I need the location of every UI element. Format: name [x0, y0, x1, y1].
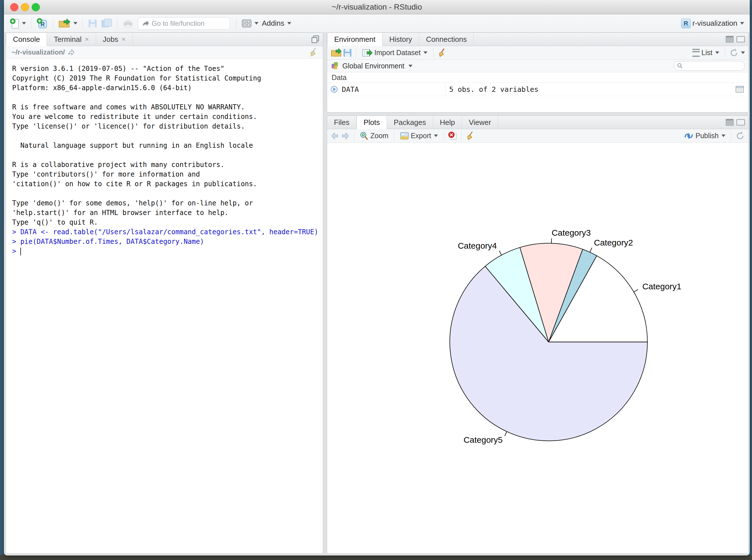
list-view-icon: [692, 49, 700, 57]
tab-terminal[interactable]: Terminal ×: [47, 33, 96, 46]
pie-label-category5: Category5: [464, 435, 503, 444]
zoom-plot-button[interactable]: Zoom: [358, 130, 390, 142]
maximize-pane-icon[interactable]: [736, 119, 745, 125]
expand-object-icon[interactable]: [330, 86, 338, 93]
publish-plot-button[interactable]: Publish: [682, 131, 727, 141]
project-r-cube-icon: R: [681, 19, 691, 28]
refresh-plot-icon[interactable]: [735, 131, 745, 141]
view-table-icon[interactable]: [735, 85, 744, 93]
new-project-button[interactable]: R: [35, 17, 49, 30]
clear-console-broom-icon[interactable]: [309, 47, 317, 57]
minimize-pane-icon[interactable]: [726, 119, 734, 126]
tab-jobs[interactable]: Jobs ×: [96, 33, 133, 46]
environment-view-selector[interactable]: List: [691, 47, 721, 58]
environment-scope-label[interactable]: Global Environment: [342, 62, 405, 70]
console-prompt-line[interactable]: >: [12, 246, 317, 256]
refresh-environment-icon[interactable]: [729, 48, 739, 58]
pie-label-tick: [499, 251, 502, 255]
import-dataset-caret: [424, 52, 427, 54]
export-caret: [434, 135, 438, 137]
tab-console[interactable]: Console: [6, 33, 47, 46]
console-output[interactable]: R version 3.6.1 (2019-07-05) -- "Action …: [6, 59, 323, 261]
text-cursor: [20, 247, 21, 255]
save-all-button[interactable]: [99, 17, 114, 30]
clear-environment-broom-icon[interactable]: [437, 48, 446, 58]
next-plot-icon[interactable]: [341, 132, 350, 140]
previous-plot-icon[interactable]: [330, 132, 340, 140]
tab-history[interactable]: History: [383, 33, 419, 46]
environment-scope-bar: Global Environment: [327, 60, 748, 72]
clear-all-plots-broom-icon[interactable]: [466, 131, 474, 141]
window-title: ~/r-visualization - RStudio: [4, 0, 750, 14]
addins-button[interactable]: Addins: [260, 18, 293, 29]
new-file-button[interactable]: [8, 17, 28, 30]
tab-environment[interactable]: Environment: [327, 33, 383, 46]
open-file-caret: [74, 22, 77, 25]
remove-plot-icon[interactable]: [448, 131, 458, 141]
publish-caret: [721, 135, 726, 137]
goto-file-search[interactable]: [138, 17, 230, 30]
environment-section-header: Data: [327, 72, 748, 83]
tab-plots[interactable]: Plots: [357, 116, 387, 129]
rstudio-window: ~/r-visualization - RStudio R: [4, 0, 750, 556]
workspace-panes-button[interactable]: [240, 18, 260, 29]
console-working-dir-bar: ~/r-visualization/: [6, 46, 323, 59]
print-button[interactable]: [121, 18, 135, 29]
environment-pane: Environment History Connections Import D…: [327, 33, 749, 113]
working-directory: ~/r-visualization/: [12, 48, 65, 56]
close-terminal-tab-icon[interactable]: ×: [85, 35, 89, 43]
addins-caret: [287, 22, 291, 25]
addins-label: Addins: [262, 19, 284, 28]
plot-viewport: Category1Category2Category3Category4Cate…: [327, 143, 748, 554]
list-view-caret: [715, 52, 719, 54]
goto-arrow-icon: [142, 20, 149, 27]
tab-packages[interactable]: Packages: [387, 116, 433, 129]
maximize-pane-icon[interactable]: [736, 36, 745, 42]
panes-caret: [255, 22, 259, 25]
environment-search-input[interactable]: [685, 62, 737, 70]
save-icon: [88, 19, 98, 28]
project-selector[interactable]: R r-visualization: [679, 18, 746, 29]
tab-connections[interactable]: Connections: [419, 33, 474, 46]
save-all-icon: [101, 18, 112, 28]
save-button[interactable]: [86, 18, 99, 29]
console-input-line: > pie(DATA$Number.of.Times, DATA$Categor…: [12, 237, 317, 246]
maximize-pane-icon[interactable]: [311, 35, 320, 43]
console-startup-text: R version 3.6.1 (2019-07-05) -- "Action …: [12, 64, 317, 227]
plots-tabstrip: Files Plots Packages Help Viewer: [327, 116, 748, 129]
tab-viewer[interactable]: Viewer: [462, 116, 498, 129]
open-folder-icon: [58, 18, 70, 28]
save-workspace-icon[interactable]: [343, 48, 352, 57]
publish-icon: [684, 132, 694, 140]
goto-file-input[interactable]: [151, 19, 217, 28]
environment-tabstrip: Environment History Connections: [327, 33, 748, 46]
panes-grid-icon: [242, 19, 252, 28]
plots-toolbar: Zoom Export Pub: [327, 129, 748, 143]
tab-help[interactable]: Help: [433, 116, 462, 129]
console-tabstrip: Console Terminal × Jobs ×: [6, 33, 323, 46]
environment-search-box[interactable]: [674, 61, 745, 71]
new-file-caret: [22, 22, 26, 25]
project-caret: [740, 22, 744, 25]
open-file-button[interactable]: [57, 17, 79, 30]
goto-directory-icon[interactable]: [68, 49, 75, 55]
global-environment-icon: [330, 61, 340, 71]
new-project-icon: R: [37, 18, 48, 29]
environment-scope-caret[interactable]: [408, 65, 412, 67]
environment-object-row[interactable]: DATA 5 obs. of 2 variables: [327, 83, 748, 96]
import-dataset-icon: [362, 48, 372, 57]
close-jobs-tab-icon[interactable]: ×: [122, 35, 126, 43]
tab-files[interactable]: Files: [327, 116, 357, 129]
export-plot-button[interactable]: Export: [398, 131, 440, 141]
object-summary: 5 obs. of 2 variables: [449, 85, 538, 94]
titlebar: ~/r-visualization - RStudio: [4, 0, 750, 15]
minimize-pane-icon[interactable]: [726, 36, 734, 43]
load-workspace-icon[interactable]: [330, 48, 342, 58]
console-input-line: > DATA <- read.table("/Users/lsalazar/co…: [12, 227, 317, 237]
search-icon: [677, 63, 683, 69]
import-dataset-button[interactable]: Import Dataset: [360, 47, 429, 59]
print-icon: [123, 19, 133, 28]
pie-label-category4: Category4: [458, 241, 496, 250]
main-toolbar: R: [4, 15, 750, 33]
refresh-caret: [741, 52, 745, 54]
